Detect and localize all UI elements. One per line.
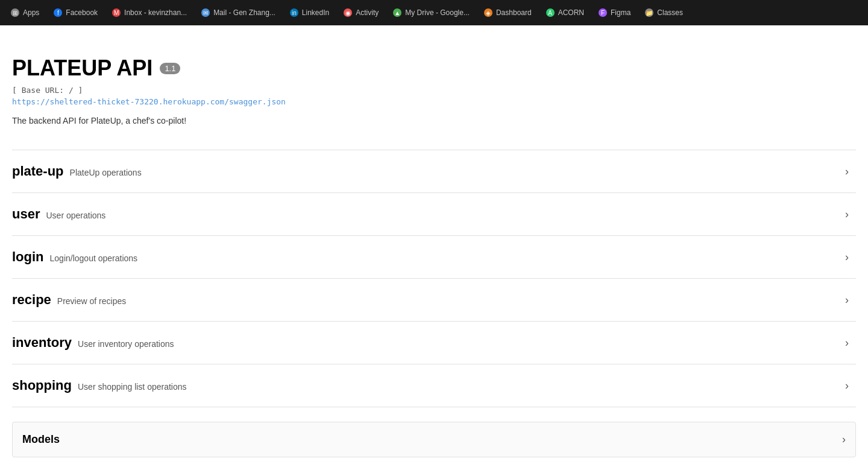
- section-chevron-inventory: ›: [845, 337, 849, 349]
- section-left-plate-up: plate-upPlateUp operations: [12, 164, 142, 179]
- section-left-shopping: shoppingUser shopping list operations: [12, 378, 187, 393]
- section-name-user: user: [12, 206, 40, 222]
- browser-tab-classes[interactable]: 📁Classes: [639, 3, 689, 22]
- section-chevron-shopping: ›: [845, 380, 849, 392]
- tab-icon-mail: ✉: [201, 8, 210, 17]
- tab-label-facebook: Facebook: [66, 8, 98, 17]
- api-description: The backend API for PlateUp, a chef's co…: [12, 116, 856, 125]
- section-left-recipe: recipePreview of recipes: [12, 292, 126, 308]
- base-url-link[interactable]: https://sheltered-thicket-73220.herokuap…: [12, 97, 856, 106]
- tab-label-mail: Mail - Gen Zhang...: [213, 8, 275, 17]
- tab-label-mydrive: My Drive - Google...: [405, 8, 470, 17]
- browser-tab-activity[interactable]: ◉Activity: [338, 3, 385, 22]
- api-version-badge: 1.1: [160, 63, 180, 74]
- browser-tab-facebook[interactable]: fFacebook: [48, 3, 104, 22]
- browser-tab-inbox[interactable]: MInbox - kevinzhan...: [106, 3, 193, 22]
- tab-icon-figma: F: [599, 8, 607, 17]
- models-section[interactable]: Models ›: [12, 422, 856, 457]
- api-section-shopping[interactable]: shoppingUser shopping list operations›: [12, 364, 856, 407]
- api-title-row: PLATEUP API 1.1: [12, 56, 856, 81]
- api-section-plate-up[interactable]: plate-upPlateUp operations›: [12, 150, 856, 192]
- browser-tab-dashboard[interactable]: ◈Dashboard: [478, 3, 538, 22]
- section-left-user: userUser operations: [12, 206, 105, 222]
- section-desc-user: User operations: [46, 211, 105, 220]
- tab-icon-facebook: f: [54, 8, 62, 17]
- tab-label-classes: Classes: [657, 8, 683, 17]
- tab-label-linkedin: LinkedIn: [302, 8, 329, 17]
- tab-icon-dashboard: ◈: [484, 8, 492, 17]
- browser-tab-mydrive[interactable]: ▲My Drive - Google...: [387, 3, 476, 22]
- section-desc-inventory: User inventory operations: [78, 339, 174, 349]
- tab-icon-acorn: A: [546, 8, 555, 17]
- tab-icon-classes: 📁: [645, 8, 653, 17]
- models-chevron-icon: ›: [842, 433, 846, 446]
- api-section-user[interactable]: userUser operations›: [12, 192, 856, 235]
- tab-label-inbox: Inbox - kevinzhan...: [124, 8, 187, 17]
- tab-label-activity: Activity: [356, 8, 379, 17]
- tab-icon-activity: ◉: [344, 8, 352, 17]
- browser-bar: ⊞AppsfFacebookMInbox - kevinzhan...✉Mail…: [0, 0, 868, 25]
- sections-container: plate-upPlateUp operations›userUser oper…: [12, 150, 856, 407]
- main-content: PLATEUP API 1.1 [ Base URL: / ] https://…: [0, 25, 868, 467]
- section-name-login: login: [12, 249, 44, 265]
- section-chevron-login: ›: [845, 251, 849, 264]
- browser-tab-linkedin[interactable]: inLinkedIn: [284, 3, 335, 22]
- models-label: Models: [22, 433, 60, 446]
- browser-tab-acorn[interactable]: AACORN: [540, 3, 590, 22]
- api-section-inventory[interactable]: inventoryUser inventory operations›: [12, 321, 856, 364]
- tab-label-apps: Apps: [23, 8, 39, 17]
- browser-tab-mail[interactable]: ✉Mail - Gen Zhang...: [195, 3, 281, 22]
- tab-icon-apps: ⊞: [11, 8, 19, 17]
- section-name-inventory: inventory: [12, 335, 72, 351]
- section-name-shopping: shopping: [12, 378, 72, 393]
- tab-icon-inbox: M: [112, 8, 121, 17]
- section-desc-recipe: Preview of recipes: [57, 296, 126, 306]
- tab-icon-linkedin: in: [290, 8, 298, 17]
- section-left-login: loginLogin/logout operations: [12, 249, 137, 265]
- browser-tab-figma[interactable]: FFigma: [593, 3, 637, 22]
- section-chevron-plate-up: ›: [845, 165, 849, 178]
- section-chevron-recipe: ›: [845, 294, 849, 307]
- tab-icon-mydrive: ▲: [393, 8, 401, 17]
- section-left-inventory: inventoryUser inventory operations: [12, 335, 174, 351]
- section-desc-plate-up: PlateUp operations: [70, 168, 142, 177]
- base-url-label: [ Base URL: / ]: [12, 86, 856, 95]
- section-name-recipe: recipe: [12, 292, 51, 308]
- api-section-login[interactable]: loginLogin/logout operations›: [12, 235, 856, 278]
- section-chevron-user: ›: [845, 208, 849, 221]
- section-name-plate-up: plate-up: [12, 164, 64, 179]
- section-desc-login: Login/logout operations: [50, 253, 138, 263]
- section-desc-shopping: User shopping list operations: [78, 382, 187, 392]
- tab-label-acorn: ACORN: [558, 8, 584, 17]
- tab-label-figma: Figma: [611, 8, 631, 17]
- tab-label-dashboard: Dashboard: [496, 8, 532, 17]
- browser-tab-apps[interactable]: ⊞Apps: [5, 3, 45, 22]
- api-title: PLATEUP API: [12, 56, 153, 81]
- api-section-recipe[interactable]: recipePreview of recipes›: [12, 278, 856, 321]
